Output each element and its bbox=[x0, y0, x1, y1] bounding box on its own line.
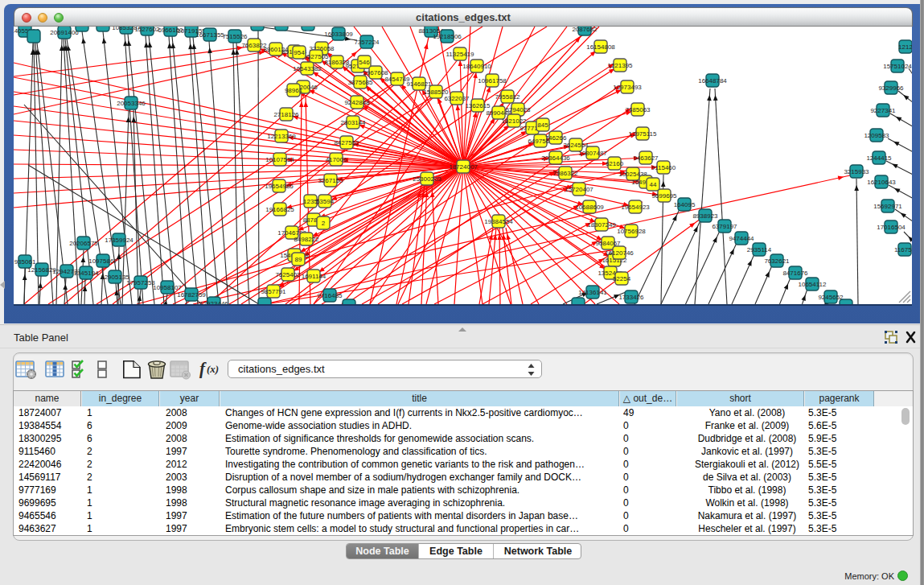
svg-text:10973493: 10973493 bbox=[613, 84, 642, 91]
svg-text:16120746: 16120746 bbox=[605, 249, 634, 257]
svg-text:2: 2 bbox=[322, 220, 326, 227]
svg-text:1221395: 1221395 bbox=[607, 62, 633, 69]
svg-text:10958107: 10958107 bbox=[153, 284, 182, 291]
svg-text:9242848: 9242848 bbox=[344, 99, 370, 106]
svg-text:116753: 116753 bbox=[894, 246, 912, 253]
svg-text:1691144: 1691144 bbox=[302, 273, 326, 280]
svg-text:9227341: 9227341 bbox=[870, 107, 896, 114]
svg-text:18307249: 18307249 bbox=[587, 221, 616, 229]
svg-text:12905135: 12905135 bbox=[101, 274, 129, 281]
svg-text:16543382: 16543382 bbox=[293, 65, 322, 72]
svg-text:14136141: 14136141 bbox=[578, 289, 607, 296]
svg-text:44: 44 bbox=[650, 181, 657, 188]
svg-text:10807487: 10807487 bbox=[578, 150, 607, 157]
svg-text:9857791: 9857791 bbox=[261, 288, 286, 295]
svg-text:7632621: 7632621 bbox=[764, 257, 790, 265]
svg-text:2718126: 2718126 bbox=[273, 111, 299, 118]
svg-text:25300203: 25300203 bbox=[413, 175, 441, 183]
svg-text:3215933: 3215933 bbox=[844, 168, 869, 175]
svg-text:12213369: 12213369 bbox=[267, 133, 296, 140]
svg-text:19384554: 19384554 bbox=[484, 218, 513, 225]
svg-text:9474444: 9474444 bbox=[729, 235, 754, 242]
svg-text:9084067: 9084067 bbox=[595, 240, 621, 247]
svg-text:17359924: 17359924 bbox=[105, 237, 133, 244]
svg-text:16033809: 16033809 bbox=[324, 31, 353, 38]
svg-text:15751024: 15751024 bbox=[883, 63, 912, 70]
svg-text:6794028: 6794028 bbox=[505, 106, 531, 113]
svg-text:12975115: 12975115 bbox=[629, 130, 658, 138]
svg-text:8498222: 8498222 bbox=[294, 236, 319, 243]
svg-text:89: 89 bbox=[295, 256, 302, 263]
svg-text:62160: 62160 bbox=[606, 160, 624, 167]
svg-text:17957253: 17957253 bbox=[126, 279, 155, 286]
svg-text:20206575: 20206575 bbox=[69, 240, 98, 247]
svg-text:3624554: 3624554 bbox=[563, 142, 589, 149]
svg-text:9329966: 9329966 bbox=[878, 84, 904, 92]
svg-text:11325419: 11325419 bbox=[446, 51, 475, 58]
svg-text:9245652: 9245652 bbox=[818, 294, 844, 301]
svg-text:1212: 1212 bbox=[898, 43, 912, 51]
svg-text:746266: 746266 bbox=[545, 134, 567, 142]
svg-text:18640910: 18640910 bbox=[462, 63, 491, 70]
svg-text:1527602: 1527602 bbox=[134, 27, 160, 33]
svg-text:954: 954 bbox=[294, 49, 305, 56]
svg-text:2967608: 2967608 bbox=[363, 69, 388, 76]
svg-text:7515526: 7515526 bbox=[222, 33, 248, 40]
svg-text:8471676: 8471676 bbox=[782, 270, 808, 277]
svg-text:935061: 935061 bbox=[14, 258, 36, 266]
svg-text:20691406: 20691406 bbox=[50, 29, 79, 36]
svg-text:9699695: 9699695 bbox=[651, 192, 677, 200]
svg-text:19218506: 19218506 bbox=[433, 33, 462, 40]
svg-text:9716485: 9716485 bbox=[317, 292, 343, 299]
svg-text:2803144: 2803144 bbox=[340, 119, 366, 126]
svg-text:17016504: 17016504 bbox=[877, 224, 906, 231]
svg-text:16671355: 16671355 bbox=[195, 31, 224, 39]
svg-text:(x): (x) bbox=[207, 363, 219, 375]
svg-text:8427552: 8427552 bbox=[334, 139, 359, 146]
svg-text:18724007: 18724007 bbox=[449, 163, 478, 171]
svg-text:52254: 52254 bbox=[613, 275, 631, 282]
svg-text:1345194: 1345194 bbox=[73, 270, 99, 277]
svg-text:417006: 417006 bbox=[326, 156, 347, 163]
svg-text:1621022: 1621022 bbox=[501, 117, 527, 125]
svg-text:16782759: 16782759 bbox=[177, 291, 206, 299]
svg-text:6322037: 6322037 bbox=[444, 95, 470, 102]
svg-text:16210643: 16210643 bbox=[867, 179, 896, 186]
svg-text:16648784: 16648784 bbox=[698, 77, 727, 84]
svg-text:1209583: 1209583 bbox=[864, 132, 889, 139]
svg-text:19654923: 19654923 bbox=[621, 204, 650, 211]
svg-text:3267150: 3267150 bbox=[318, 177, 343, 184]
svg-text:10975867: 10975867 bbox=[88, 257, 117, 265]
svg-text:6379197: 6379197 bbox=[712, 223, 737, 230]
svg-text:2087682: 2087682 bbox=[572, 27, 598, 33]
svg-text:7485063: 7485063 bbox=[625, 106, 651, 113]
svg-text:2935114: 2935114 bbox=[747, 246, 772, 253]
svg-text:1244415: 1244415 bbox=[866, 154, 892, 162]
svg-text:15692971: 15692971 bbox=[873, 203, 902, 210]
svg-text:53594: 53594 bbox=[316, 198, 335, 205]
svg-text:10961758: 10961758 bbox=[478, 77, 507, 84]
svg-text:15720407: 15720407 bbox=[565, 186, 593, 193]
svg-text:20053346: 20053346 bbox=[117, 100, 146, 107]
svg-text:98961: 98961 bbox=[285, 87, 303, 94]
svg-text:7986322: 7986322 bbox=[552, 170, 578, 177]
svg-text:10756928: 10756928 bbox=[617, 228, 646, 235]
svg-text:845: 845 bbox=[537, 122, 548, 129]
svg-text:19166825: 19166825 bbox=[265, 206, 294, 213]
svg-text:10107554: 10107554 bbox=[265, 156, 294, 163]
svg-text:20364436: 20364436 bbox=[541, 154, 570, 162]
svg-text:8938923: 8938923 bbox=[692, 212, 718, 220]
svg-text:10654112: 10654112 bbox=[799, 281, 827, 288]
svg-text:7625402: 7625402 bbox=[275, 271, 301, 278]
svg-text:10688609: 10688609 bbox=[575, 204, 604, 211]
svg-text:164095: 164095 bbox=[674, 201, 696, 208]
svg-text:7357224: 7357224 bbox=[354, 39, 380, 46]
svg-text:1733426: 1733426 bbox=[618, 294, 644, 301]
svg-text:19654985: 19654985 bbox=[265, 183, 294, 190]
svg-text:9115460: 9115460 bbox=[651, 164, 676, 171]
svg-text:f: f bbox=[199, 359, 207, 378]
svg-text:16154808: 16154808 bbox=[586, 43, 615, 51]
svg-text:1362615: 1362615 bbox=[465, 102, 491, 109]
svg-text:9463627: 9463627 bbox=[633, 154, 659, 162]
svg-text:7955812: 7955812 bbox=[495, 93, 520, 101]
